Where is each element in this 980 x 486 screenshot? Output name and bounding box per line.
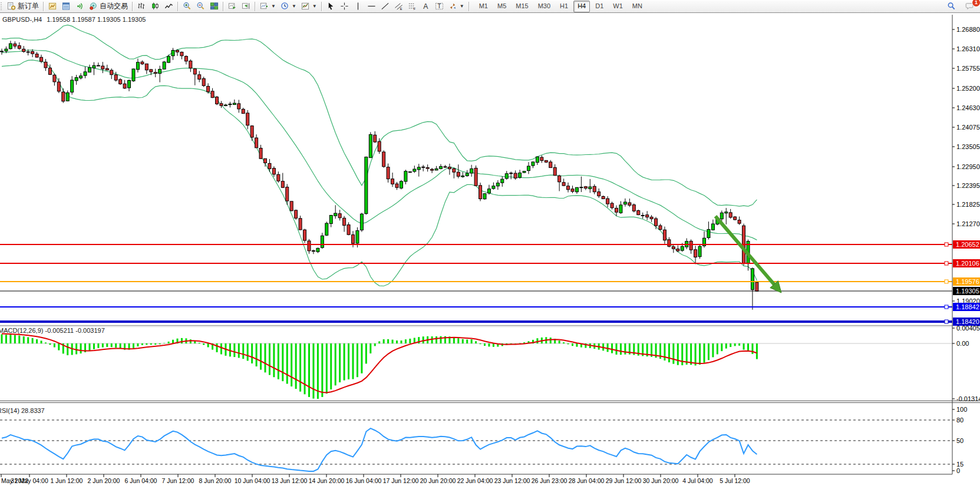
- toolbar-separator: [255, 2, 256, 11]
- candle-body: [119, 80, 122, 84]
- candle-body: [286, 187, 289, 201]
- time-tick-label: 6 Jun 04:00: [125, 477, 157, 484]
- candle-body: [422, 167, 425, 167]
- candle-body: [80, 76, 83, 78]
- timeframe-h4-button[interactable]: H4: [573, 1, 590, 12]
- candle-body: [84, 72, 87, 75]
- equidistant-channel-button[interactable]: E: [392, 1, 405, 12]
- price-chart[interactable]: 1.268801.263101.257551.252001.246301.240…: [0, 0, 980, 486]
- candle-body: [707, 229, 710, 237]
- toolbar-separator: [321, 2, 322, 11]
- candle-body: [150, 70, 153, 72]
- hline-handle[interactable]: [945, 243, 948, 246]
- trend-arrow-shaft[interactable]: [715, 216, 777, 288]
- candle-body: [329, 215, 332, 223]
- candle-body: [479, 186, 482, 199]
- bar-chart-icon: [137, 2, 146, 11]
- fibonacci-button[interactable]: F: [405, 1, 419, 12]
- signal-button[interactable]: [73, 1, 87, 12]
- rsi-scale-label: 100: [956, 406, 967, 413]
- price-axis[interactable]: 1.268801.263101.257551.252001.246301.240…: [952, 26, 980, 474]
- candle-body: [689, 241, 692, 250]
- line-chart-icon: [164, 2, 173, 11]
- candle-body: [343, 218, 346, 225]
- timeframe-m1-button[interactable]: M1: [475, 1, 492, 12]
- hline-handle[interactable]: [945, 280, 948, 283]
- price-tick-label: 1.25755: [956, 65, 980, 72]
- chart-shift-button[interactable]: [239, 1, 253, 12]
- autotrading-button[interactable]: 自动交易: [87, 1, 130, 12]
- shapes-button[interactable]: ▼: [446, 1, 467, 12]
- candle-body: [180, 52, 183, 55]
- text-label-button[interactable]: T: [433, 1, 446, 12]
- timeframe-m5-button[interactable]: M5: [493, 1, 510, 12]
- new-chart-button[interactable]: ▼: [258, 1, 278, 12]
- main-pane[interactable]: [1, 25, 758, 309]
- candle-body: [216, 97, 219, 104]
- hline-handle[interactable]: [945, 262, 948, 265]
- candle-body: [198, 75, 201, 80]
- macd-pane[interactable]: [0, 334, 952, 399]
- hline-handle[interactable]: [945, 305, 948, 309]
- candle-body: [663, 230, 666, 240]
- data-window-button[interactable]: [60, 1, 73, 12]
- time-tick-label: 5 Jul 12:00: [720, 477, 750, 484]
- market-watch-button[interactable]: [46, 1, 60, 12]
- candle-body: [602, 196, 605, 199]
- chart-region[interactable]: GBPUSD-,H41.19558 1.19587 1.19305 1.1930…: [0, 0, 980, 486]
- candle-body: [382, 152, 385, 167]
- text-button[interactable]: A: [419, 1, 433, 12]
- cursor-button[interactable]: [324, 1, 338, 12]
- toolbar-grip[interactable]: [1, 2, 3, 11]
- candle-body: [163, 62, 166, 69]
- crosshair-button[interactable]: [338, 1, 351, 12]
- candle-body: [448, 167, 451, 169]
- notifications-button[interactable]: 1: [963, 1, 976, 12]
- candle-body: [668, 240, 671, 246]
- candle-body: [584, 187, 587, 189]
- rsi-pane[interactable]: [0, 420, 952, 471]
- candle-body: [404, 171, 407, 181]
- candle-body: [31, 51, 34, 54]
- time-axis[interactable]: May 202231 May 04:001 Jun 12:002 Jun 20:…: [1, 474, 750, 484]
- horizontal-line-button[interactable]: [365, 1, 378, 12]
- profiles-button[interactable]: ▼: [278, 1, 299, 12]
- zoom-in-button[interactable]: [180, 1, 194, 12]
- candle-body: [729, 213, 732, 217]
- timeframe-w1-button[interactable]: W1: [609, 1, 627, 12]
- bar-chart-button[interactable]: [135, 1, 149, 12]
- candle-body: [632, 205, 635, 211]
- candlestick-chart-button[interactable]: [149, 1, 162, 12]
- candle-body: [338, 214, 341, 218]
- line-chart-button[interactable]: [162, 1, 176, 12]
- bollinger-lower-band: [2, 60, 757, 286]
- price-line-label: 1.19305: [956, 287, 979, 295]
- time-tick-label: 20 Jun 20:00: [420, 477, 456, 484]
- timeframe-mn-button[interactable]: MN: [628, 1, 646, 12]
- trendline-button[interactable]: [378, 1, 392, 12]
- candle-body: [487, 189, 490, 193]
- timeframe-d1-button[interactable]: D1: [591, 1, 608, 12]
- candle-body: [159, 70, 161, 74]
- zoom-out-button[interactable]: [194, 1, 207, 12]
- new-order-button[interactable]: 新订单: [5, 1, 41, 12]
- candle-body: [527, 166, 530, 171]
- svg-text:E: E: [400, 7, 402, 11]
- timeframe-h1-button[interactable]: H1: [556, 1, 572, 12]
- indicators-button[interactable]: ▼: [299, 1, 319, 12]
- candle-body: [369, 134, 372, 157]
- hline-handle[interactable]: [945, 320, 948, 323]
- timeframe-m30-button[interactable]: M30: [534, 1, 555, 12]
- cursor-icon: [326, 2, 335, 11]
- tile-windows-button[interactable]: [207, 1, 221, 12]
- time-tick-label: 1 Jun 12:00: [51, 477, 83, 484]
- candle-body: [14, 44, 17, 46]
- candle-body: [281, 181, 284, 188]
- search-icon: [947, 2, 956, 11]
- timeframe-m15-button[interactable]: M15: [512, 1, 532, 12]
- vertical-line-button[interactable]: [351, 1, 365, 12]
- auto-scroll-button[interactable]: [226, 1, 239, 12]
- time-tick-label: 28 Jun 04:00: [569, 477, 605, 484]
- candle-body: [510, 173, 513, 174]
- search-button[interactable]: [945, 1, 958, 12]
